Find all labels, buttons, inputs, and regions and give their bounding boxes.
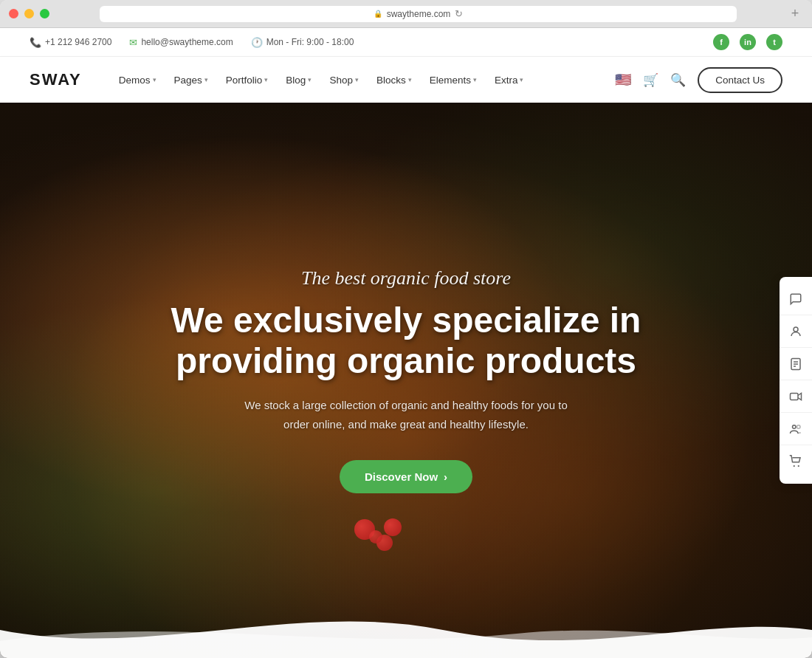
svg-rect-5 [791, 393, 799, 400]
nav-actions: 🇺🇸 🛒 🔍 Contact Us [615, 67, 782, 93]
svg-point-0 [794, 327, 798, 332]
nav-label-pages: Pages [174, 75, 202, 86]
hero-subtitle: The best organic food store [301, 267, 511, 289]
nav-item-elements[interactable]: Elements ▾ [422, 70, 484, 90]
nav-menu: Demos ▾ Pages ▾ Portfolio ▾ Blog ▾ Shop [111, 70, 615, 90]
email-address[interactable]: hello@swaytheme.com [141, 37, 233, 47]
phone-item: 📞 +1 212 946 2700 [30, 37, 111, 48]
nav-item-demos[interactable]: Demos ▾ [111, 70, 164, 90]
hero-title: We exclusively specialize in providing o… [155, 300, 657, 381]
website-content: 📞 +1 212 946 2700 ✉ hello@swaytheme.com … [0, 28, 812, 658]
doc-tool-button[interactable] [780, 348, 812, 380]
browser-titlebar: 🔒 swaytheme.com ↻ + [0, 0, 812, 28]
nav-label-blocks: Blocks [376, 75, 406, 86]
hours-item: 🕐 Mon - Fri: 9:00 - 18:00 [251, 37, 354, 48]
nav-label-blog: Blog [286, 75, 306, 86]
svg-point-8 [794, 465, 795, 467]
contact-button[interactable]: Contact Us [698, 67, 782, 93]
side-toolbar [780, 277, 812, 484]
nav-item-blocks[interactable]: Blocks ▾ [369, 70, 419, 90]
nav-label-elements: Elements [430, 75, 471, 86]
chevron-down-icon: ▾ [520, 76, 523, 83]
language-flag[interactable]: 🇺🇸 [615, 72, 631, 88]
svg-point-6 [793, 425, 796, 428]
browser-window: 🔒 swaytheme.com ↻ + 📞 +1 212 946 2700 ✉ … [0, 0, 812, 658]
hero-description: We stock a large collection of organic a… [236, 396, 576, 433]
nav-item-blog[interactable]: Blog ▾ [278, 70, 319, 90]
chevron-down-icon: ▾ [153, 76, 156, 83]
hero-wave [0, 600, 812, 658]
minimize-button[interactable] [24, 9, 34, 18]
address-bar[interactable]: 🔒 swaytheme.com ↻ [100, 6, 737, 22]
nav-item-extra[interactable]: Extra ▾ [487, 70, 531, 90]
cta-arrow: › [444, 470, 447, 483]
nav-label-extra: Extra [495, 75, 518, 86]
site-logo[interactable]: SWAY [30, 70, 82, 89]
top-bar-right: f in t [713, 34, 782, 50]
nav-label-portfolio: Portfolio [226, 75, 263, 86]
business-hours: Mon - Fri: 9:00 - 18:00 [266, 37, 354, 47]
nav-item-pages[interactable]: Pages ▾ [167, 70, 216, 90]
video-tool-button[interactable] [780, 380, 812, 413]
add-tab-button[interactable]: + [787, 6, 803, 22]
chevron-down-icon: ▾ [408, 76, 412, 83]
hero-section: The best organic food store We exclusive… [0, 103, 812, 658]
cart-icon[interactable]: 🛒 [643, 72, 658, 88]
nav-label-shop: Shop [329, 75, 353, 86]
phone-icon: 📞 [30, 37, 41, 48]
cta-label: Discover Now [365, 470, 438, 483]
top-bar-left: 📞 +1 212 946 2700 ✉ hello@swaytheme.com … [30, 37, 354, 48]
search-icon[interactable]: 🔍 [670, 72, 686, 88]
chevron-down-icon: ▾ [355, 76, 359, 83]
chevron-down-icon: ▾ [308, 76, 312, 83]
chevron-down-icon: ▾ [264, 76, 268, 83]
nav-item-shop[interactable]: Shop ▾ [322, 70, 366, 90]
nav-item-portfolio[interactable]: Portfolio ▾ [219, 70, 276, 90]
lock-icon: 🔒 [374, 10, 382, 18]
top-bar: 📞 +1 212 946 2700 ✉ hello@swaytheme.com … [0, 28, 812, 57]
phone-number[interactable]: +1 212 946 2700 [45, 37, 111, 47]
nav-label-demos: Demos [119, 75, 151, 86]
clock-icon: 🕐 [251, 37, 263, 48]
svg-point-9 [798, 465, 799, 467]
maximize-button[interactable] [40, 9, 49, 18]
hero-content: The best organic food store We exclusive… [0, 103, 812, 658]
twitter-icon[interactable]: t [766, 34, 782, 50]
user-tool-button[interactable] [780, 315, 812, 348]
chat-tool-button[interactable] [780, 283, 812, 315]
navbar: SWAY Demos ▾ Pages ▾ Portfolio ▾ Blog ▾ [0, 57, 812, 103]
chevron-down-icon: ▾ [204, 76, 208, 83]
discover-now-button[interactable]: Discover Now › [340, 460, 472, 493]
email-icon: ✉ [129, 37, 137, 48]
email-item: ✉ hello@swaytheme.com [129, 37, 233, 48]
url-text: swaytheme.com [387, 9, 451, 19]
refresh-icon[interactable]: ↻ [455, 8, 463, 19]
linkedin-icon[interactable]: in [740, 34, 756, 50]
users-tool-button[interactable] [780, 413, 812, 445]
cart-tool-button[interactable] [780, 445, 812, 478]
svg-point-7 [797, 425, 801, 428]
close-button[interactable] [9, 9, 18, 18]
facebook-icon[interactable]: f [713, 34, 729, 50]
chevron-down-icon: ▾ [473, 76, 477, 83]
